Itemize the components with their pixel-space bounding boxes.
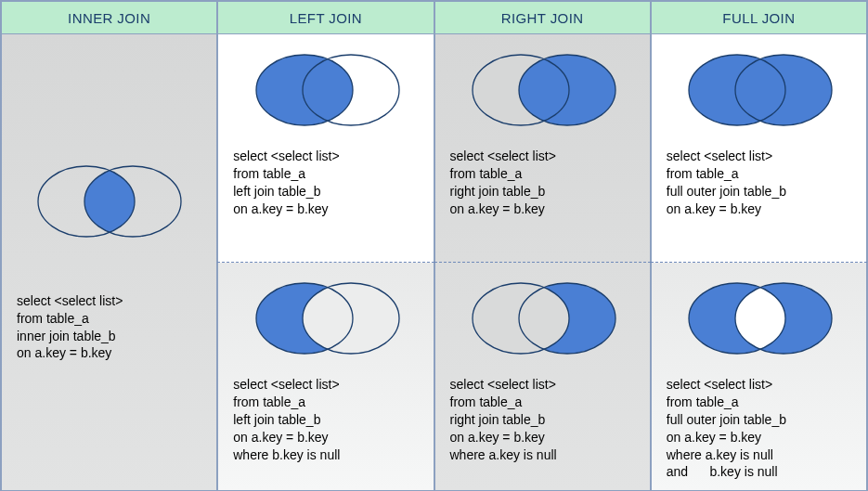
sql-right-join-null: select <select list> from table_a right …: [450, 376, 639, 463]
header-full-join: FULL JOIN: [651, 1, 867, 34]
venn-diagram-icon: [21, 155, 198, 248]
col-right-join: select <select list> from table_a right …: [434, 34, 651, 490]
venn-diagram-icon: [240, 272, 416, 365]
cell-inner-join: select <select list> from table_a inner …: [2, 34, 216, 490]
sql-full-join-null: select <select list> from table_a full o…: [667, 376, 855, 481]
sql-left-join: select <select list> from table_a left j…: [233, 148, 421, 218]
cell-left-join-null: select <select list> from table_a left j…: [218, 263, 433, 490]
col-left-join: select <select list> from table_a left j…: [217, 34, 434, 490]
col-inner-join: select <select list> from table_a inner …: [1, 34, 217, 490]
venn-left-join-null: [233, 272, 421, 365]
body-row: select <select list> from table_a inner …: [1, 34, 867, 490]
venn-inner-join: [2, 155, 216, 248]
sql-full-join: select <select list> from table_a full o…: [667, 148, 855, 218]
cell-left-join: select <select list> from table_a left j…: [218, 34, 433, 262]
join-diagram-sheet: INNER JOIN LEFT JOIN RIGHT JOIN FULL JOI…: [0, 0, 868, 491]
header-inner-join: INNER JOIN: [1, 1, 217, 34]
venn-diagram-icon: [672, 272, 849, 365]
col-full-join: select <select list> from table_a full o…: [651, 34, 867, 490]
venn-full-join: [667, 44, 855, 136]
venn-left-join: [233, 44, 421, 136]
sql-right-join: select <select list> from table_a right …: [450, 148, 639, 218]
venn-diagram-icon: [672, 44, 849, 136]
cell-full-join: select <select list> from table_a full o…: [652, 34, 866, 262]
venn-diagram-icon: [456, 44, 632, 136]
cell-right-join: select <select list> from table_a right …: [435, 34, 650, 262]
venn-full-join-null: [667, 272, 855, 365]
cell-right-join-null: select <select list> from table_a right …: [435, 263, 650, 490]
header-row: INNER JOIN LEFT JOIN RIGHT JOIN FULL JOI…: [1, 1, 867, 34]
venn-right-join: [450, 44, 639, 136]
header-right-join: RIGHT JOIN: [434, 1, 651, 34]
sql-inner-join: select <select list> from table_a inner …: [17, 292, 205, 363]
header-left-join: LEFT JOIN: [217, 1, 434, 34]
cell-full-join-null: select <select list> from table_a full o…: [652, 263, 866, 490]
venn-diagram-icon: [240, 44, 416, 136]
venn-diagram-icon: [456, 272, 632, 365]
venn-right-join-null: [450, 272, 639, 365]
sql-left-join-null: select <select list> from table_a left j…: [233, 376, 421, 463]
